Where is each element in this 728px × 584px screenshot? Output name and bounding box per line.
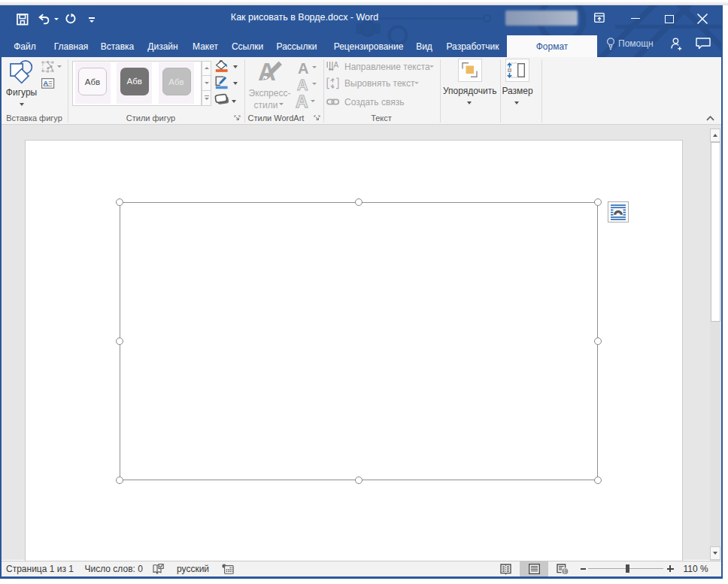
svg-text:А: А: [297, 79, 308, 91]
svg-text:А: А: [296, 95, 308, 108]
svg-text:А: А: [298, 62, 308, 74]
svg-text:A: A: [334, 61, 339, 69]
